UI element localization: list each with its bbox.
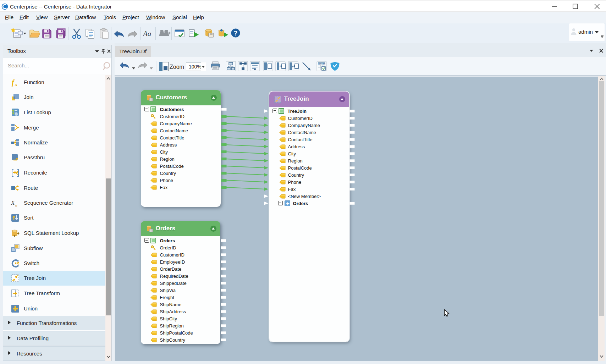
svg-text:?: ? (234, 30, 238, 37)
svg-text:01011: 01011 (318, 63, 325, 65)
svg-text:f: f (12, 78, 15, 87)
svg-text:Aa: Aa (142, 29, 151, 38)
svg-text:X: X (11, 199, 15, 206)
svg-text:n: n (15, 203, 17, 207)
svg-text:x: x (15, 82, 17, 87)
